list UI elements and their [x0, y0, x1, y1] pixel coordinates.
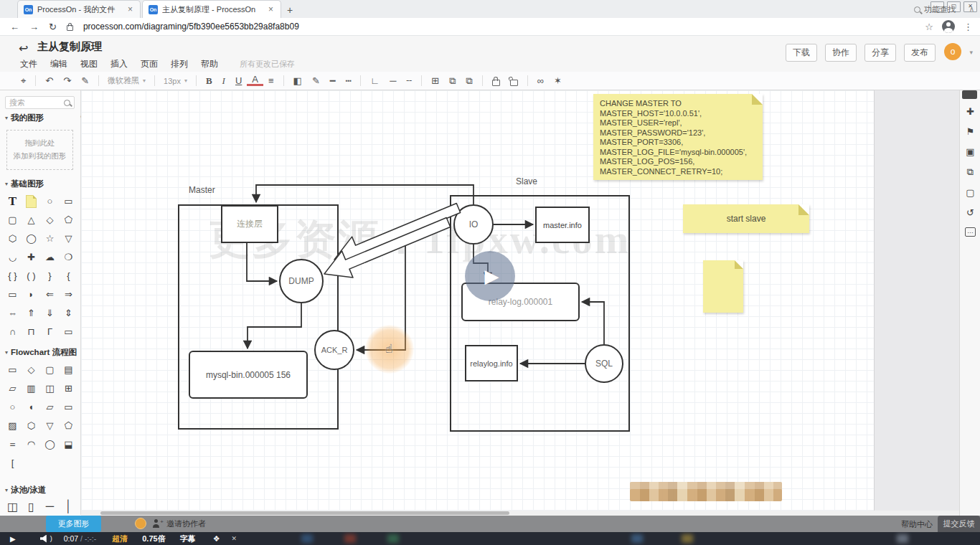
shape-d-shape[interactable]: ◗ [22, 285, 40, 303]
invite-collaborator[interactable]: + 邀请协作者 [135, 518, 206, 529]
shape-bar[interactable]: ▭ [60, 323, 77, 341]
subtitle-button[interactable]: 字幕 [180, 534, 196, 544]
italic-icon[interactable]: I [217, 75, 230, 87]
vertical-scrollbar-thumb[interactable] [962, 90, 977, 99]
send-backward-icon[interactable]: ⧉ [461, 75, 477, 87]
shape-star[interactable]: ☆ [41, 229, 59, 247]
node-ack-receiver[interactable]: ACK_R [314, 330, 354, 370]
shape-document[interactable]: ▤ [60, 361, 77, 379]
bring-forward-icon[interactable]: ⧉ [444, 75, 461, 87]
shape-double-line[interactable]: ＝ [4, 435, 22, 453]
shape-brace-pair[interactable]: { } [4, 267, 22, 285]
help-center-link[interactable]: 帮助中心 [901, 519, 933, 530]
new-tab-button[interactable]: + [287, 4, 293, 16]
node-master-info[interactable]: master.info [535, 207, 590, 243]
menu-item-2[interactable]: 视图 [80, 58, 98, 70]
video-play-button[interactable]: ▶ [465, 251, 515, 301]
shape-off-page[interactable]: ⬓ [60, 435, 77, 453]
shape-cone[interactable]: ▽ [60, 229, 77, 247]
line-dashed-icon[interactable]: ╌ [401, 75, 417, 86]
menu-item-3[interactable]: 插入 [110, 58, 128, 70]
shape-pentagon[interactable]: ⬠ [60, 211, 77, 229]
shape-display[interactable]: ◖ [22, 398, 40, 416]
horizontal-scrollbar-thumb[interactable] [100, 511, 509, 515]
sticky-note-change-master[interactable]: CHANGE MASTER TO MASTER_HOST='10.0.0.51'… [593, 94, 763, 180]
comment-icon[interactable]: … [965, 227, 976, 237]
menu-item-4[interactable]: 页面 [141, 58, 158, 70]
shape-arrow-left[interactable]: ⇐ [41, 285, 59, 303]
shape-text-bracket[interactable]: [ [4, 454, 22, 472]
collapse-toolbar-icon[interactable]: ∧ [969, 5, 974, 13]
fill-color-icon[interactable]: ◧ [288, 75, 307, 86]
shape-manual-operation[interactable]: ▱ [41, 398, 59, 416]
shape-arrow-up[interactable]: ⇑ [22, 304, 40, 322]
size-select[interactable]: 13px▾ [159, 77, 192, 85]
unlock-icon[interactable] [505, 76, 523, 86]
node-io-thread[interactable]: IO [453, 204, 494, 245]
format-icon[interactable]: ⧉ [967, 166, 974, 178]
url-field[interactable]: processon.com/diagraming/5fb390ee5653bb2… [83, 22, 980, 32]
shape-brace-right[interactable]: } [41, 267, 59, 285]
shape-triangle[interactable]: △ [22, 211, 40, 229]
line-color-icon[interactable]: ✎ [307, 75, 325, 86]
browser-tab-my-files[interactable]: On ProcessOn - 我的文件 × [17, 0, 141, 18]
shape-pool-vertical[interactable]: ◫ [4, 498, 22, 515]
volume-icon[interactable] [40, 535, 50, 543]
shape-brace-left[interactable]: { [60, 267, 77, 285]
shape-rectangle[interactable]: ▭ [60, 192, 77, 210]
shape-card[interactable]: ▭ [60, 398, 77, 416]
action-button-2[interactable]: 分享 [864, 44, 896, 62]
feature-finder[interactable]: 功能查找 [914, 4, 956, 15]
action-button-0[interactable]: 下载 [786, 44, 817, 62]
line-style-icon[interactable]: ┅ [341, 75, 357, 86]
user-avatar[interactable]: o [944, 43, 961, 60]
player-play-icon[interactable]: ▶ [10, 535, 16, 543]
shape-cross[interactable]: ✚ [22, 248, 40, 266]
close-tab-icon[interactable]: × [126, 4, 134, 14]
shape-hexagon[interactable]: ⬡ [4, 229, 22, 247]
font-select[interactable]: 微软雅黑▾ [103, 75, 150, 86]
shape-circle-large[interactable]: ◯ [41, 435, 59, 453]
shape-half-round[interactable]: ◠ [22, 435, 40, 453]
shape-u-shape[interactable]: ∩ [4, 323, 22, 341]
feedback-tab[interactable]: 提交反馈 [938, 516, 980, 532]
line-solid-icon[interactable]: ─ [385, 75, 401, 86]
shape-arrow-both-h[interactable]: ⇔ [4, 304, 22, 322]
shape-cloud[interactable]: ☁ [41, 248, 59, 266]
section-my-shapes[interactable]: ▾ 我的图形 ✎ [0, 110, 91, 125]
node-sql-thread[interactable]: SQL [585, 344, 623, 383]
shape-merge[interactable]: ⬠ [60, 417, 77, 435]
shape-terminator[interactable]: ▢ [41, 361, 59, 379]
shape-u-shape-2[interactable]: ⊓ [22, 323, 40, 341]
shape-callout[interactable]: ❍ [60, 248, 77, 266]
quality-button[interactable]: 超清 [112, 534, 128, 544]
lock-icon[interactable] [487, 76, 505, 86]
shape-pool-single[interactable]: ▯ [22, 498, 40, 515]
shape-rounded-box[interactable]: ▭ [4, 285, 22, 303]
shape-search-input[interactable]: 搜索 [5, 96, 75, 109]
menu-item-1[interactable]: 编辑 [50, 58, 67, 70]
text-align-icon[interactable]: ≡ [263, 75, 279, 86]
shape-diamond[interactable]: ◇ [41, 211, 59, 229]
undo-icon[interactable]: ↶ [40, 75, 58, 86]
line-width-icon[interactable]: ━ [325, 75, 341, 86]
browser-tab-diagram[interactable]: On 主从复制原理 - ProcessOn × [142, 0, 281, 18]
node-connection-layer[interactable]: 连接层 [221, 205, 278, 243]
shape-sticky-note[interactable] [22, 192, 40, 210]
shape-connector-circle[interactable]: ○ [4, 398, 22, 416]
shape-arc[interactable]: ◡ [4, 248, 22, 266]
more-shapes-button[interactable]: 更多图形 [46, 516, 101, 532]
select-cursor-icon[interactable]: ⌖ [16, 75, 31, 87]
font-color-icon[interactable]: A [247, 75, 263, 86]
section-basic-shapes[interactable]: ▾ 基础图形 [0, 176, 91, 191]
my-shapes-dropzone[interactable]: 拖到此处 添加到我的图形 [6, 130, 73, 170]
section-flowchart-shapes[interactable]: ▾ Flowchart 流程图 [0, 345, 91, 359]
menu-item-6[interactable]: 帮助 [201, 58, 218, 70]
player-close-icon[interactable]: ✕ [232, 535, 237, 542]
shape-lane-vertical[interactable]: │ [60, 498, 77, 515]
forward-icon[interactable]: → [29, 22, 39, 32]
screen-icon[interactable]: ▣ [966, 146, 974, 157]
avatar-caret-icon[interactable]: ▾ [969, 49, 973, 56]
page-icon[interactable]: ▢ [966, 187, 974, 198]
back-to-files-icon[interactable]: ↩ [19, 42, 28, 55]
